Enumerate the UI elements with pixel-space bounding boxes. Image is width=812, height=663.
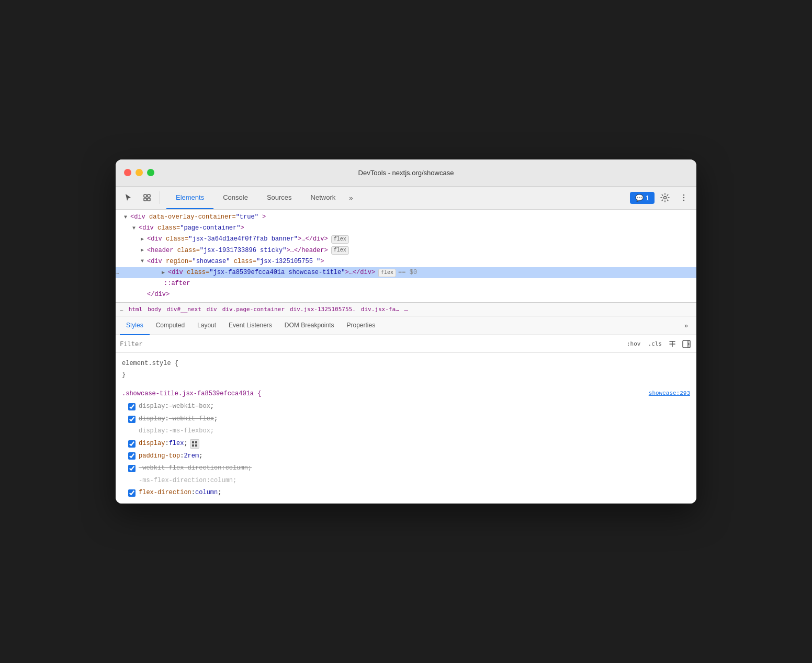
prop-checkbox-6[interactable] (128, 465, 136, 472)
styles-panel-tabs: Styles Computed Layout Event Listeners D… (116, 316, 696, 335)
breadcrumb-div[interactable]: div (205, 305, 219, 314)
dom-line-selected[interactable]: … <div class="jsx-fa8539efcca401a showca… (116, 267, 696, 278)
tab-elements[interactable]: Elements (166, 186, 213, 209)
dom-line-1[interactable]: <div data-overlay-container="true" > (116, 212, 696, 223)
dom-tree-panel: <div data-overlay-container="true" > <di… (116, 210, 696, 303)
breadcrumb-next[interactable]: div#__next (165, 305, 204, 314)
tab-styles[interactable]: Styles (120, 316, 150, 335)
prop-checkbox-4[interactable] (128, 440, 136, 448)
filter-bar: :hov .cls (116, 335, 696, 353)
breadcrumb-jsx-fa[interactable]: div.jsx-fa… (359, 305, 401, 314)
triangle-icon-3[interactable] (141, 235, 147, 244)
tab-layout[interactable]: Layout (191, 316, 222, 335)
triangle-icon-5[interactable] (141, 257, 147, 266)
svg-rect-1 (144, 198, 146, 201)
styles-content: element.style { } showcase:293 .showcase… (116, 353, 696, 504)
toolbar-divider (160, 191, 160, 204)
tab-properties[interactable]: Properties (341, 316, 382, 335)
triangle-icon-4[interactable] (141, 246, 147, 255)
element-style-rule: element.style { } (116, 357, 696, 382)
tab-event-listeners[interactable]: Event Listeners (222, 316, 278, 335)
settings-button[interactable] (657, 189, 673, 206)
window-title: DevTools - nextjs.org/showcase (358, 169, 454, 177)
messages-badge[interactable]: 💬 1 (630, 192, 655, 204)
dom-line-after[interactable]: ::after (116, 278, 696, 289)
filter-input[interactable] (120, 340, 625, 348)
prop-checkbox-5[interactable] (128, 452, 136, 460)
triangle-icon-6[interactable] (162, 269, 168, 277)
prop-display-ms-flexbox: display : -ms-flexbox ; (116, 425, 696, 438)
hov-button[interactable]: :hov (625, 339, 643, 348)
dom-line-3[interactable]: <div class="jsx-3a64d1ae4f0f7fab banner"… (116, 234, 696, 245)
titlebar: DevTools - nextjs.org/showcase (116, 159, 696, 187)
prop-checkbox-2[interactable] (128, 416, 136, 423)
sidebar-toggle-button[interactable] (681, 338, 692, 350)
flex-badge-6[interactable]: flex (378, 269, 396, 277)
minimize-button[interactable] (136, 169, 143, 176)
devtools-window: DevTools - nextjs.org/showcase Elements … (116, 159, 696, 504)
prop-display-flex: display : flex ; (116, 438, 696, 450)
traffic-lights (124, 169, 154, 176)
eq-indicator: == $0 (398, 268, 417, 278)
svg-point-5 (683, 195, 684, 196)
svg-rect-2 (148, 195, 150, 197)
prop-checkbox-1[interactable] (128, 403, 136, 410)
prop-ms-flex-direction: -ms-flex-direction : column ; (116, 475, 696, 487)
tab-console[interactable]: Console (213, 186, 257, 209)
svg-point-7 (683, 200, 684, 201)
svg-rect-0 (144, 195, 146, 197)
grid-layout-icon[interactable] (190, 439, 199, 449)
dots-indicator: … (116, 268, 128, 278)
style-source-link[interactable]: showcase:293 (649, 388, 690, 399)
element-style-selector[interactable]: element.style { (122, 360, 178, 367)
filter-actions: :hov .cls (625, 338, 692, 350)
breadcrumb-body[interactable]: body (145, 305, 164, 314)
tab-sources[interactable]: Sources (257, 186, 301, 209)
menu-button[interactable] (675, 189, 692, 206)
triangle-icon-1[interactable] (124, 213, 130, 222)
svg-rect-12 (195, 444, 197, 447)
prop-display-webkit-box: display : -webkit-box ; (116, 401, 696, 413)
message-icon: 💬 (635, 194, 644, 202)
cursor-icon[interactable] (120, 189, 137, 206)
triangle-icon-2[interactable] (132, 224, 139, 233)
svg-rect-10 (195, 441, 197, 443)
dom-line-closing[interactable]: </div> (116, 289, 696, 300)
prop-padding-top: padding-top : 2rem ; (116, 450, 696, 463)
prop-flex-direction: flex-direction : column ; (116, 487, 696, 499)
more-styles-tabs[interactable]: » (680, 322, 692, 329)
dom-line-5[interactable]: <div region="showcase" class="jsx-132510… (116, 256, 696, 267)
breadcrumb-more[interactable]: … (402, 305, 410, 314)
inspect-icon[interactable] (139, 189, 155, 206)
flex-badge-3[interactable]: flex (331, 235, 349, 244)
devtools-toolbar: Elements Console Sources Network » 💬 1 (116, 187, 696, 210)
toolbar-right: 💬 1 (630, 189, 692, 206)
breadcrumb-jsx-1325[interactable]: div.jsx-1325105755. (288, 305, 358, 314)
svg-point-6 (683, 197, 684, 198)
breadcrumb-page-container[interactable]: div.page-container (220, 305, 287, 314)
maximize-button[interactable] (147, 169, 154, 176)
flex-badge-4[interactable]: flex (331, 246, 349, 255)
cls-button[interactable]: .cls (646, 339, 664, 348)
breadcrumb-dots: … (120, 306, 123, 313)
more-tabs-button[interactable]: » (345, 186, 357, 209)
svg-rect-9 (192, 441, 194, 443)
style-selector[interactable]: .showcase-title.jsx-fa8539efcca401a { (122, 390, 261, 397)
toolbar-tabs: Elements Console Sources Network » (166, 187, 357, 209)
svg-point-4 (664, 197, 667, 199)
prop-checkbox-8[interactable] (128, 489, 136, 497)
svg-rect-11 (192, 444, 194, 447)
svg-rect-3 (148, 198, 150, 201)
showcase-title-rule: showcase:293 .showcase-title.jsx-fa8539e… (116, 387, 696, 401)
prop-display-webkit-flex: display : -webkit-flex ; (116, 413, 696, 426)
dom-line-4[interactable]: <header class="jsx-1931733896 sticky">…<… (116, 245, 696, 256)
breadcrumb-html[interactable]: html (127, 305, 145, 314)
tab-computed[interactable]: Computed (150, 316, 191, 335)
prop-webkit-flex-direction: -webkit-flex-direction : column ; (116, 462, 696, 475)
dom-breadcrumb: … html body div#__next div div.page-cont… (116, 303, 696, 316)
add-style-button[interactable] (667, 339, 678, 349)
close-button[interactable] (124, 169, 131, 176)
tab-dom-breakpoints[interactable]: DOM Breakpoints (278, 316, 341, 335)
tab-network[interactable]: Network (301, 186, 345, 209)
dom-line-2[interactable]: <div class="page-container"> (116, 223, 696, 234)
